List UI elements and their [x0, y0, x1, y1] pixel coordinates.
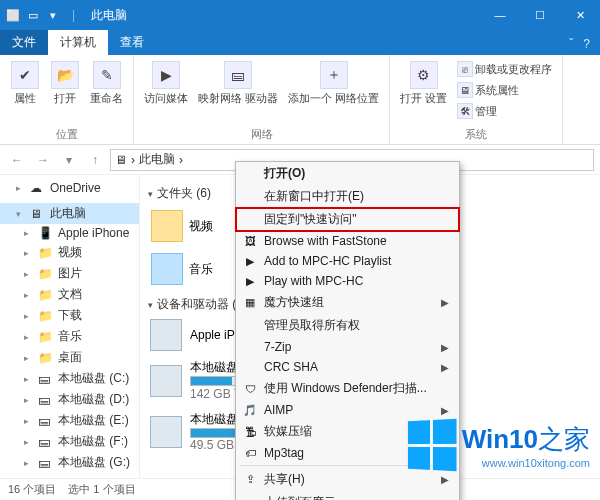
ctx-open-new-window[interactable]: 在新窗口中打开(E)	[236, 185, 459, 208]
ctx-open[interactable]: 打开(O)	[236, 162, 459, 185]
folder-icon	[151, 253, 183, 285]
submenu-arrow-icon: ▶	[441, 362, 449, 373]
ctx-share[interactable]: ⇪共享(H)▶	[236, 468, 459, 491]
title-bar: ⬜ ▭ ▾ | 此电脑 ― ☐ ✕	[0, 0, 600, 30]
crumb-root[interactable]: 此电脑	[139, 151, 175, 168]
close-button[interactable]: ✕	[560, 0, 600, 30]
sidebar-item-video[interactable]: ▸📁视频	[8, 242, 139, 263]
sidebar-item-iphone[interactable]: ▸📱Apple iPhone	[8, 224, 139, 242]
back-button[interactable]: ←	[6, 149, 28, 171]
pc-icon: 🖥	[30, 207, 46, 221]
system-menu-icon[interactable]: ⬜	[4, 6, 22, 24]
submenu-arrow-icon: ▶	[441, 405, 449, 416]
open-settings-button[interactable]: ⚙打开 设置	[396, 59, 451, 125]
uninstall-button[interactable]: ⎚卸载或更改程序	[453, 59, 556, 79]
manage-icon: 🛠	[457, 103, 473, 119]
settings-icon: ⚙	[410, 61, 438, 89]
open-icon: 📂	[51, 61, 79, 89]
ctx-compress[interactable]: 🗜软媒压缩▶	[236, 420, 459, 443]
ctx-mpc-playlist[interactable]: ▶Add to MPC-HC Playlist	[236, 251, 459, 271]
ribbon: ✔属性 📂打开 ✎重命名 位置 ▶访问媒体 🖴映射网络 驱动器 ＋添加一个 网络…	[0, 55, 600, 145]
sidebar-item-disk-c[interactable]: ▸🖴本地磁盘 (C:)	[8, 368, 139, 389]
phone-icon	[150, 319, 182, 351]
rename-button[interactable]: ✎重命名	[86, 59, 127, 125]
context-menu: 打开(O) 在新窗口中打开(E) 固定到"快速访问" 🖼Browse with …	[235, 161, 460, 500]
sidebar-item-disk-g[interactable]: ▸🖴本地磁盘 (G:)	[8, 452, 139, 473]
access-media-button[interactable]: ▶访问媒体	[140, 59, 192, 125]
open-button[interactable]: 📂打开	[46, 59, 84, 125]
ctx-faststone[interactable]: 🖼Browse with FastStone	[236, 231, 459, 251]
submenu-arrow-icon: ▶	[441, 474, 449, 485]
grid-icon: ▦	[242, 295, 258, 311]
window-title: 此电脑	[91, 7, 127, 24]
sidebar-item-disk-e[interactable]: ▸🖴本地磁盘 (E:)	[8, 410, 139, 431]
faststone-icon: 🖼	[242, 233, 258, 249]
map-drive-button[interactable]: 🖴映射网络 驱动器	[194, 59, 282, 125]
share-icon: ⇪	[242, 472, 258, 488]
recent-dropdown[interactable]: ▾	[58, 149, 80, 171]
drive-icon	[150, 416, 182, 448]
ctx-aimp[interactable]: 🎵AIMP▶	[236, 400, 459, 420]
mpc-icon: ▶	[242, 273, 258, 289]
ribbon-collapse-icon[interactable]: ˇ	[569, 37, 573, 51]
sidebar-item-music[interactable]: ▸📁音乐	[8, 326, 139, 347]
status-count: 16 个项目	[8, 482, 56, 497]
pc-icon: 🖥	[115, 153, 127, 167]
help-icon[interactable]: ?	[583, 37, 590, 51]
ctx-mpc-play[interactable]: ▶Play with MPC-HC	[236, 271, 459, 291]
title-divider: |	[66, 8, 81, 22]
sysprops-button[interactable]: 🖥系统属性	[453, 80, 556, 100]
submenu-arrow-icon: ▶	[441, 342, 449, 353]
mpc-icon: ▶	[242, 253, 258, 269]
map-drive-icon: 🖴	[224, 61, 252, 89]
properties-button[interactable]: ✔属性	[6, 59, 44, 125]
tab-file[interactable]: 文件	[0, 30, 48, 55]
aimp-icon: 🎵	[242, 402, 258, 418]
compress-icon: 🗜	[242, 424, 258, 440]
maximize-button[interactable]: ☐	[520, 0, 560, 30]
qat-icon[interactable]: ▭	[24, 6, 42, 24]
ctx-magic-group[interactable]: ▦魔方快速组▶	[236, 291, 459, 314]
uninstall-icon: ⎚	[457, 61, 473, 77]
cloud-icon: ☁	[30, 181, 46, 195]
minimize-button[interactable]: ―	[480, 0, 520, 30]
sidebar-item-downloads[interactable]: ▸📁下载	[8, 305, 139, 326]
up-button[interactable]: ↑	[84, 149, 106, 171]
tab-view[interactable]: 查看	[108, 30, 156, 55]
media-icon: ▶	[152, 61, 180, 89]
ctx-7zip[interactable]: 7-Zip▶	[236, 337, 459, 357]
add-network-button[interactable]: ＋添加一个 网络位置	[284, 59, 383, 125]
sidebar-item-thispc[interactable]: ▾🖥此电脑	[0, 203, 139, 224]
rename-icon: ✎	[93, 61, 121, 89]
ctx-crc[interactable]: CRC SHA▶	[236, 357, 459, 377]
ctx-baidu-upload[interactable]: ☁上传到百度云	[236, 491, 459, 500]
sidebar-item-desktop[interactable]: ▸📁桌面	[8, 347, 139, 368]
forward-button[interactable]: →	[32, 149, 54, 171]
sidebar-item-disk-f[interactable]: ▸🖴本地磁盘 (F:)	[8, 431, 139, 452]
manage-button[interactable]: 🛠管理	[453, 101, 556, 121]
folder-icon	[151, 210, 183, 242]
drive-icon	[150, 365, 182, 397]
mp3tag-icon: 🏷	[242, 445, 258, 461]
status-selected: 选中 1 个项目	[68, 482, 135, 497]
ctx-defender[interactable]: 🛡使用 Windows Defender扫描...	[236, 377, 459, 400]
sidebar-item-pictures[interactable]: ▸📁图片	[8, 263, 139, 284]
sidebar-item-disk-d[interactable]: ▸🖴本地磁盘 (D:)	[8, 389, 139, 410]
ctx-take-ownership[interactable]: 管理员取得所有权	[236, 314, 459, 337]
group-network-label: 网络	[140, 125, 383, 142]
tab-computer[interactable]: 计算机	[48, 30, 108, 55]
ctx-pin-quick-access[interactable]: 固定到"快速访问"	[236, 208, 459, 231]
sysprops-icon: 🖥	[457, 82, 473, 98]
sidebar-item-onedrive[interactable]: ▸☁OneDrive	[0, 179, 139, 197]
group-system-label: 系统	[396, 125, 556, 142]
qat-dropdown-icon[interactable]: ▾	[44, 6, 62, 24]
sidebar-item-documents[interactable]: ▸📁文档	[8, 284, 139, 305]
shield-icon: 🛡	[242, 381, 258, 397]
add-network-icon: ＋	[320, 61, 348, 89]
properties-icon: ✔	[11, 61, 39, 89]
ctx-separator	[240, 465, 455, 466]
ctx-mp3tag[interactable]: 🏷Mp3tag	[236, 443, 459, 463]
baidu-icon: ☁	[242, 495, 258, 501]
submenu-arrow-icon: ▶	[441, 426, 449, 437]
group-location-label: 位置	[6, 125, 127, 142]
